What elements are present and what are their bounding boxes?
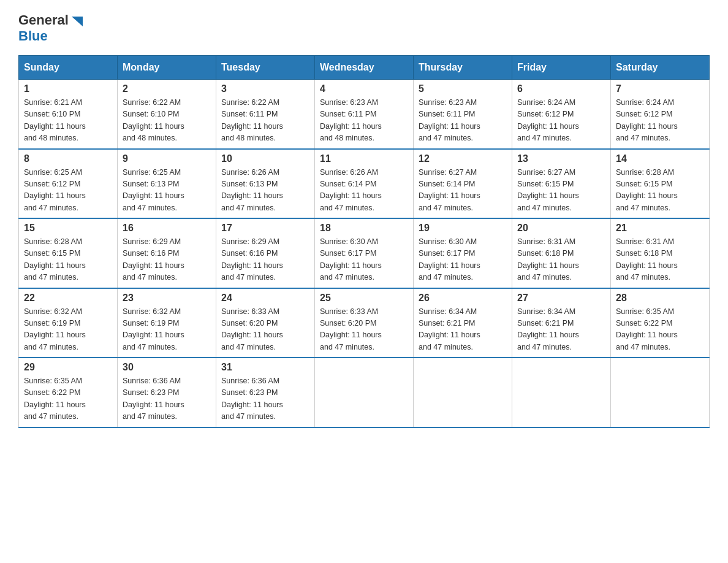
calendar-cell: 31 Sunrise: 6:36 AM Sunset: 6:23 PM Dayl… bbox=[216, 358, 315, 427]
day-info: Sunrise: 6:30 AM Sunset: 6:17 PM Dayligh… bbox=[419, 236, 507, 284]
day-number: 27 bbox=[517, 293, 605, 304]
day-number: 7 bbox=[616, 83, 704, 94]
header-day-tuesday: Tuesday bbox=[216, 56, 315, 80]
calendar-cell: 29 Sunrise: 6:35 AM Sunset: 6:22 PM Dayl… bbox=[19, 358, 118, 427]
day-number: 20 bbox=[517, 223, 605, 234]
day-number: 5 bbox=[419, 83, 507, 94]
day-number: 9 bbox=[123, 153, 211, 164]
day-number: 13 bbox=[517, 153, 605, 164]
calendar-week-2: 8 Sunrise: 6:25 AM Sunset: 6:12 PM Dayli… bbox=[19, 149, 710, 219]
day-info: Sunrise: 6:27 AM Sunset: 6:14 PM Dayligh… bbox=[419, 167, 507, 215]
day-number: 16 bbox=[123, 223, 211, 234]
day-number: 29 bbox=[24, 362, 112, 373]
day-number: 30 bbox=[123, 362, 211, 373]
day-number: 8 bbox=[24, 153, 112, 164]
header-day-thursday: Thursday bbox=[414, 56, 512, 80]
day-info: Sunrise: 6:35 AM Sunset: 6:22 PM Dayligh… bbox=[24, 375, 112, 423]
day-number: 3 bbox=[221, 83, 309, 94]
day-info: Sunrise: 6:22 AM Sunset: 6:10 PM Dayligh… bbox=[123, 97, 211, 145]
day-number: 28 bbox=[616, 293, 704, 304]
day-info: Sunrise: 6:35 AM Sunset: 6:22 PM Dayligh… bbox=[616, 306, 704, 354]
calendar-cell: 4 Sunrise: 6:23 AM Sunset: 6:11 PM Dayli… bbox=[315, 80, 414, 149]
day-number: 31 bbox=[221, 362, 309, 373]
day-info: Sunrise: 6:31 AM Sunset: 6:18 PM Dayligh… bbox=[517, 236, 605, 284]
calendar-week-5: 29 Sunrise: 6:35 AM Sunset: 6:22 PM Dayl… bbox=[19, 358, 710, 427]
calendar-cell: 15 Sunrise: 6:28 AM Sunset: 6:15 PM Dayl… bbox=[19, 218, 118, 288]
day-number: 4 bbox=[320, 83, 408, 94]
logo-triangle-icon bbox=[70, 14, 84, 28]
day-info: Sunrise: 6:24 AM Sunset: 6:12 PM Dayligh… bbox=[517, 97, 605, 145]
day-info: Sunrise: 6:30 AM Sunset: 6:17 PM Dayligh… bbox=[320, 236, 408, 284]
day-info: Sunrise: 6:21 AM Sunset: 6:10 PM Dayligh… bbox=[24, 97, 112, 145]
calendar-cell: 6 Sunrise: 6:24 AM Sunset: 6:12 PM Dayli… bbox=[512, 80, 611, 149]
header-row: SundayMondayTuesdayWednesdayThursdayFrid… bbox=[19, 56, 710, 80]
calendar-cell: 22 Sunrise: 6:32 AM Sunset: 6:19 PM Dayl… bbox=[19, 288, 118, 358]
calendar-cell: 19 Sunrise: 6:30 AM Sunset: 6:17 PM Dayl… bbox=[414, 218, 512, 288]
header-day-monday: Monday bbox=[118, 56, 216, 80]
day-number: 26 bbox=[419, 293, 507, 304]
calendar-cell: 3 Sunrise: 6:22 AM Sunset: 6:11 PM Dayli… bbox=[216, 80, 315, 149]
calendar-cell: 5 Sunrise: 6:23 AM Sunset: 6:11 PM Dayli… bbox=[414, 80, 512, 149]
calendar-cell: 7 Sunrise: 6:24 AM Sunset: 6:12 PM Dayli… bbox=[611, 80, 710, 149]
calendar-cell: 20 Sunrise: 6:31 AM Sunset: 6:18 PM Dayl… bbox=[512, 218, 611, 288]
day-number: 12 bbox=[419, 153, 507, 164]
day-info: Sunrise: 6:26 AM Sunset: 6:13 PM Dayligh… bbox=[221, 167, 309, 215]
calendar-week-4: 22 Sunrise: 6:32 AM Sunset: 6:19 PM Dayl… bbox=[19, 288, 710, 358]
calendar-cell: 25 Sunrise: 6:33 AM Sunset: 6:20 PM Dayl… bbox=[315, 288, 414, 358]
day-number: 21 bbox=[616, 223, 704, 234]
day-number: 19 bbox=[419, 223, 507, 234]
day-number: 17 bbox=[221, 223, 309, 234]
day-info: Sunrise: 6:36 AM Sunset: 6:23 PM Dayligh… bbox=[123, 375, 211, 423]
day-number: 10 bbox=[221, 153, 309, 164]
day-info: Sunrise: 6:33 AM Sunset: 6:20 PM Dayligh… bbox=[221, 306, 309, 354]
calendar-cell: 24 Sunrise: 6:33 AM Sunset: 6:20 PM Dayl… bbox=[216, 288, 315, 358]
day-number: 6 bbox=[517, 83, 605, 94]
day-number: 2 bbox=[123, 83, 211, 94]
calendar-cell bbox=[611, 358, 710, 427]
calendar-cell: 17 Sunrise: 6:29 AM Sunset: 6:16 PM Dayl… bbox=[216, 218, 315, 288]
day-number: 1 bbox=[24, 83, 112, 94]
day-info: Sunrise: 6:28 AM Sunset: 6:15 PM Dayligh… bbox=[24, 236, 112, 284]
day-info: Sunrise: 6:34 AM Sunset: 6:21 PM Dayligh… bbox=[517, 306, 605, 354]
day-info: Sunrise: 6:33 AM Sunset: 6:20 PM Dayligh… bbox=[320, 306, 408, 354]
calendar-cell: 1 Sunrise: 6:21 AM Sunset: 6:10 PM Dayli… bbox=[19, 80, 118, 149]
calendar-cell: 30 Sunrise: 6:36 AM Sunset: 6:23 PM Dayl… bbox=[118, 358, 216, 427]
day-info: Sunrise: 6:25 AM Sunset: 6:12 PM Dayligh… bbox=[24, 167, 112, 215]
day-info: Sunrise: 6:23 AM Sunset: 6:11 PM Dayligh… bbox=[419, 97, 507, 145]
header-day-saturday: Saturday bbox=[611, 56, 710, 80]
day-info: Sunrise: 6:36 AM Sunset: 6:23 PM Dayligh… bbox=[221, 375, 309, 423]
logo-general: General bbox=[18, 12, 69, 28]
calendar-cell: 9 Sunrise: 6:25 AM Sunset: 6:13 PM Dayli… bbox=[118, 149, 216, 219]
calendar-cell: 26 Sunrise: 6:34 AM Sunset: 6:21 PM Dayl… bbox=[414, 288, 512, 358]
day-info: Sunrise: 6:27 AM Sunset: 6:15 PM Dayligh… bbox=[517, 167, 605, 215]
day-info: Sunrise: 6:32 AM Sunset: 6:19 PM Dayligh… bbox=[123, 306, 211, 354]
day-number: 11 bbox=[320, 153, 408, 164]
header-day-wednesday: Wednesday bbox=[315, 56, 414, 80]
day-info: Sunrise: 6:25 AM Sunset: 6:13 PM Dayligh… bbox=[123, 167, 211, 215]
calendar-cell bbox=[512, 358, 611, 427]
day-number: 14 bbox=[616, 153, 704, 164]
calendar-cell: 28 Sunrise: 6:35 AM Sunset: 6:22 PM Dayl… bbox=[611, 288, 710, 358]
calendar-cell: 23 Sunrise: 6:32 AM Sunset: 6:19 PM Dayl… bbox=[118, 288, 216, 358]
day-info: Sunrise: 6:23 AM Sunset: 6:11 PM Dayligh… bbox=[320, 97, 408, 145]
calendar-table: SundayMondayTuesdayWednesdayThursdayFrid… bbox=[18, 55, 710, 428]
header-day-friday: Friday bbox=[512, 56, 611, 80]
calendar-body: 1 Sunrise: 6:21 AM Sunset: 6:10 PM Dayli… bbox=[19, 80, 710, 427]
day-number: 22 bbox=[24, 293, 112, 304]
day-info: Sunrise: 6:29 AM Sunset: 6:16 PM Dayligh… bbox=[221, 236, 309, 284]
logo: General Blue bbox=[18, 12, 84, 44]
day-info: Sunrise: 6:28 AM Sunset: 6:15 PM Dayligh… bbox=[616, 167, 704, 215]
page-header: General Blue bbox=[18, 12, 710, 44]
calendar-cell: 13 Sunrise: 6:27 AM Sunset: 6:15 PM Dayl… bbox=[512, 149, 611, 219]
svg-marker-0 bbox=[72, 17, 83, 26]
day-number: 15 bbox=[24, 223, 112, 234]
calendar-cell: 21 Sunrise: 6:31 AM Sunset: 6:18 PM Dayl… bbox=[611, 218, 710, 288]
header-day-sunday: Sunday bbox=[19, 56, 118, 80]
day-info: Sunrise: 6:34 AM Sunset: 6:21 PM Dayligh… bbox=[419, 306, 507, 354]
calendar-cell: 14 Sunrise: 6:28 AM Sunset: 6:15 PM Dayl… bbox=[611, 149, 710, 219]
calendar-cell bbox=[414, 358, 512, 427]
calendar-week-1: 1 Sunrise: 6:21 AM Sunset: 6:10 PM Dayli… bbox=[19, 80, 710, 149]
day-info: Sunrise: 6:31 AM Sunset: 6:18 PM Dayligh… bbox=[616, 236, 704, 284]
calendar-cell: 10 Sunrise: 6:26 AM Sunset: 6:13 PM Dayl… bbox=[216, 149, 315, 219]
calendar-week-3: 15 Sunrise: 6:28 AM Sunset: 6:15 PM Dayl… bbox=[19, 218, 710, 288]
